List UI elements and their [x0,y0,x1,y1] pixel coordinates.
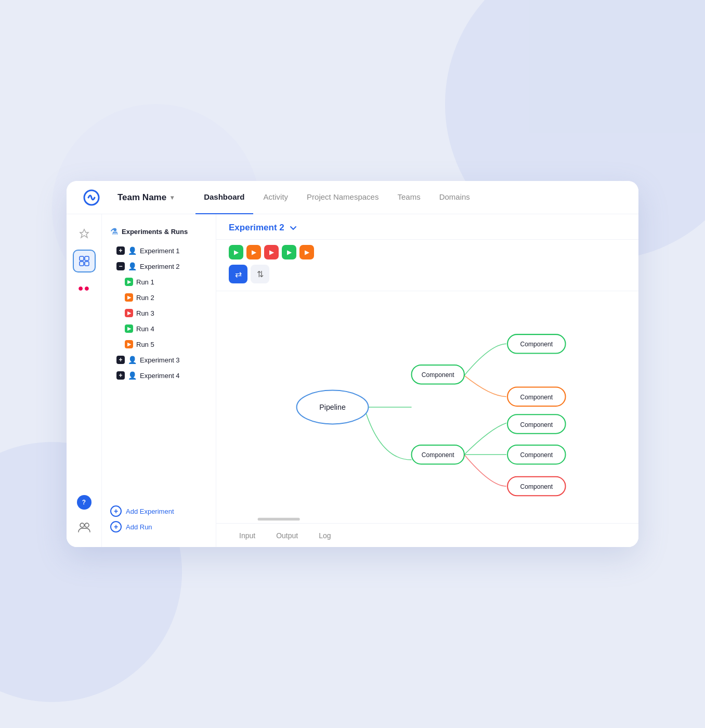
experiment-selector[interactable]: Experiment 2 [229,223,298,233]
experiment-1-label: Experiment 1 [140,247,180,255]
svg-text:Component: Component [422,451,454,459]
run-badge-3[interactable]: ▶ [264,245,279,259]
svg-rect-23 [258,518,300,521]
svg-text:Component: Component [520,483,553,490]
run-1-label: Run 1 [136,278,154,286]
add-run-button[interactable]: + Add Run [110,521,207,532]
run-3-label: Run 3 [136,309,154,317]
pipeline-svg: Pipeline Component Component Component C… [216,291,638,523]
svg-text:Component: Component [520,421,553,428]
sidebar-bottom: ? [73,495,96,539]
experiment-3-item[interactable]: + 👤 Experiment 3 [102,352,216,368]
svg-rect-4 [85,262,89,266]
content-area: ●● ? ⚗ Experiments & Runs [67,214,638,547]
experiment-3-person-icon: 👤 [128,356,137,364]
tab-domains[interactable]: Domains [431,181,478,214]
main-content: Experiment 2 ▶ ▶ ▶ ▶ ▶ ⇄ ⇅ [216,214,638,547]
tab-output[interactable]: Output [266,523,308,547]
sidebar-team-icon[interactable] [73,516,96,539]
svg-rect-3 [80,262,84,266]
run-badge-5[interactable]: ▶ [299,245,314,259]
run-badge-1[interactable]: ▶ [229,245,243,259]
tab-dashboard[interactable]: Dashboard [195,181,253,214]
add-run-icon: + [110,521,122,532]
nav-tabs: Dashboard Activity Project Namespaces Te… [195,181,478,214]
svg-text:Component: Component [422,371,454,379]
add-experiment-icon: + [110,505,122,517]
top-nav: Team Name ▾ Dashboard Activity Project N… [67,181,638,214]
run-5-dot: ▶ [125,340,133,348]
experiment-2-label: Experiment 2 [140,263,180,270]
experiment-2-person-icon: 👤 [128,262,137,270]
team-selector[interactable]: Team Name ▾ [112,189,179,206]
add-experiment-button[interactable]: + Add Experiment [110,505,207,517]
tab-teams[interactable]: Teams [389,181,428,214]
experiment-selector-bar: Experiment 2 [216,214,638,240]
experiment-2-item[interactable]: − 👤 Experiment 2 [102,258,216,274]
sidebar-icon-experiments[interactable] [73,223,96,245]
app-window: Team Name ▾ Dashboard Activity Project N… [67,181,638,547]
experiment-3-expand[interactable]: + [116,356,125,364]
experiment-1-item[interactable]: + 👤 Experiment 1 [102,243,216,258]
user-badge-label: ? [82,499,86,506]
run-4-label: Run 4 [136,325,154,333]
experiment-footer: + Add Experiment + Add Run [102,499,216,539]
run-2-dot: ▶ [125,293,133,302]
run-2-item[interactable]: ▶ Run 2 [102,290,216,305]
view-controls: ⇄ ⇅ [216,259,638,291]
run-badge-4[interactable]: ▶ [282,245,296,259]
user-badge[interactable]: ? [77,495,92,510]
run-3-dot: ▶ [125,309,133,317]
add-experiment-label: Add Experiment [126,508,174,515]
team-name-label: Team Name [118,192,166,203]
experiments-header: ⚗ Experiments & Runs [102,223,216,243]
experiment-4-item[interactable]: + 👤 Experiment 4 [102,368,216,383]
run-2-label: Run 2 [136,294,154,302]
run-badges-row: ▶ ▶ ▶ ▶ ▶ [216,240,638,259]
run-5-item[interactable]: ▶ Run 5 [102,336,216,352]
sidebar: ●● ? [67,214,102,547]
experiment-selector-label: Experiment 2 [229,223,284,233]
svg-text:Component: Component [520,341,553,348]
sidebar-icon-grid[interactable] [73,250,96,272]
logo-area [83,189,100,206]
experiment-panel: ⚗ Experiments & Runs + 👤 Experiment 1 − … [102,214,216,547]
vertical-view-button[interactable]: ⇅ [251,265,269,283]
tab-input[interactable]: Input [229,523,266,547]
app-logo-icon [83,189,100,206]
team-chevron-icon: ▾ [171,194,174,201]
experiment-1-expand[interactable]: + [116,246,125,255]
run-1-dot: ▶ [125,278,133,286]
experiment-dropdown-icon [289,223,298,232]
svg-rect-1 [80,256,84,261]
experiment-3-label: Experiment 3 [140,356,180,364]
experiment-4-expand[interactable]: + [116,371,125,380]
tab-activity[interactable]: Activity [255,181,297,214]
experiments-header-label: Experiments & Runs [122,228,188,236]
run-5-label: Run 5 [136,341,154,348]
run-3-item[interactable]: ▶ Run 3 [102,305,216,321]
experiment-2-expand[interactable]: − [116,262,125,270]
run-4-dot: ▶ [125,324,133,333]
run-4-item[interactable]: ▶ Run 4 [102,321,216,336]
svg-point-6 [85,523,89,527]
svg-text:Component: Component [520,451,553,459]
experiment-4-person-icon: 👤 [128,371,137,380]
svg-rect-2 [85,256,89,261]
experiment-1-person-icon: 👤 [128,246,137,255]
tab-log[interactable]: Log [308,523,341,547]
bottom-tabs: Input Output Log [216,523,638,547]
experiment-tree: + 👤 Experiment 1 − 👤 Experiment 2 ▶ Run … [102,243,216,499]
pipeline-area: Pipeline Component Component Component C… [216,291,638,523]
experiment-4-label: Experiment 4 [140,372,180,380]
run-badge-2[interactable]: ▶ [246,245,261,259]
flask-icon: ⚗ [110,227,118,237]
horizontal-view-button[interactable]: ⇄ [229,265,247,283]
svg-text:Pipeline: Pipeline [319,403,346,411]
sidebar-icon-dots[interactable]: ●● [73,277,96,300]
run-1-item[interactable]: ▶ Run 1 [102,274,216,290]
svg-point-5 [80,523,84,527]
svg-text:Component: Component [520,394,553,401]
tab-project-namespaces[interactable]: Project Namespaces [298,181,387,214]
add-run-label: Add Run [126,523,152,531]
